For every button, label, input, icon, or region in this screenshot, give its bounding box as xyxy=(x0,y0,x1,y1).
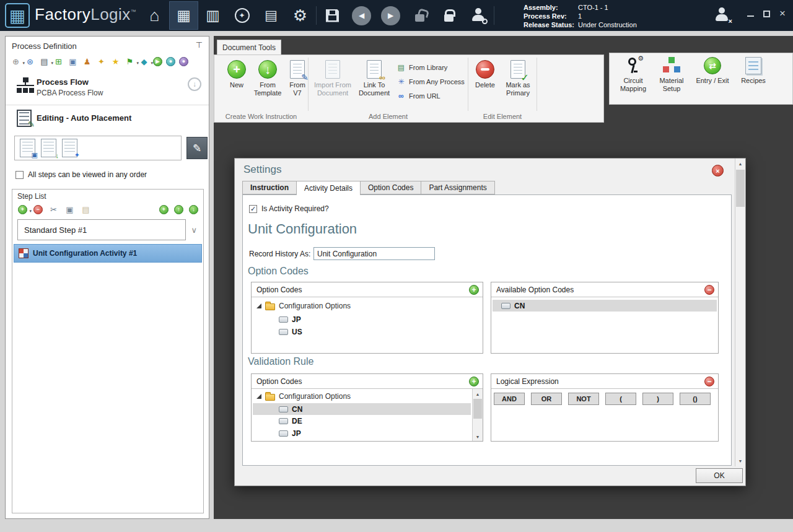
tab-instruction[interactable]: Instruction xyxy=(242,181,297,194)
tree-item-de[interactable]: DE xyxy=(279,417,302,425)
from-v7-button[interactable]: ✎ From V7 xyxy=(285,60,310,97)
unlock-icon[interactable] xyxy=(405,1,434,30)
ok-button[interactable]: OK xyxy=(696,468,743,483)
open-paren-button[interactable]: ( xyxy=(605,393,636,405)
activity-list-item-selected[interactable]: Unit Configuration Activity #1 xyxy=(14,244,202,263)
mark-as-primary-button[interactable]: ✓ Mark as Primary xyxy=(501,60,535,97)
person-icon[interactable]: ♟ xyxy=(82,56,92,67)
from-any-process-button[interactable]: ✳ From Any Process xyxy=(396,77,465,86)
scroll-up-icon[interactable]: ▲ xyxy=(473,389,483,399)
copy-icon[interactable]: ▣ xyxy=(64,204,75,215)
view-order-row[interactable]: All steps can be viewed in any order xyxy=(15,170,147,179)
diamond-icon[interactable]: ◆▾ xyxy=(139,56,149,67)
flag-icon[interactable]: ⚑▾ xyxy=(125,56,135,67)
tree-root-row[interactable]: Configuration Options xyxy=(256,302,351,310)
flow-tree-icon[interactable]: ⊞ xyxy=(53,56,64,67)
run-icon[interactable]: ▶ xyxy=(153,57,162,66)
paren-pair-button[interactable]: () xyxy=(680,393,711,405)
dialog-close-button[interactable]: × xyxy=(712,165,724,177)
from-url-button[interactable]: ∞ From URL xyxy=(396,91,440,100)
from-template-button[interactable]: ↓ From Template xyxy=(250,60,285,97)
link-to-document-button[interactable]: ∞ Link To Document xyxy=(356,60,393,97)
minimize-button[interactable] xyxy=(747,15,754,17)
pin-icon[interactable]: ⊤ xyxy=(196,40,203,50)
available-item-cn[interactable]: CN xyxy=(493,300,717,312)
step-name-input[interactable]: Standard Step #1 xyxy=(17,219,186,240)
print-icon[interactable]: ▤▾ xyxy=(39,56,50,67)
activity-required-row[interactable]: ✓ Is Activity Required? xyxy=(249,204,329,213)
move-step-down-icon[interactable]: ↓ xyxy=(189,205,198,214)
remove-option-code-button[interactable]: − xyxy=(704,285,714,295)
back-icon[interactable]: ◀ xyxy=(347,1,376,30)
find-step-icon[interactable]: + xyxy=(159,205,169,214)
tree-scrollbar[interactable]: ▲ ▼ xyxy=(472,389,483,441)
tree-root-row[interactable]: Configuration Options xyxy=(256,392,351,401)
and-button[interactable]: AND xyxy=(494,393,525,405)
scroll-up-icon[interactable]: ▲ xyxy=(735,159,745,168)
monitor-icon[interactable]: ▣ xyxy=(68,56,78,67)
forward-icon[interactable]: ▶ xyxy=(376,1,405,30)
add-step-icon[interactable]: +▾ xyxy=(17,204,28,215)
scrollbar-thumb[interactable] xyxy=(736,170,745,207)
material-setup-button[interactable]: Material Setup xyxy=(654,57,689,93)
recipes-button[interactable]: Recipes xyxy=(737,57,769,85)
import-from-document-button[interactable]: Import From Document xyxy=(312,60,353,97)
scroll-down-icon[interactable]: ▼ xyxy=(735,456,745,466)
save-icon[interactable] xyxy=(318,1,347,30)
maximize-button[interactable] xyxy=(763,11,770,17)
from-library-button[interactable]: ▤ From Library xyxy=(396,63,447,72)
record-icon[interactable]: ● xyxy=(179,57,188,66)
process-definition-icon[interactable]: ▦ xyxy=(169,1,198,30)
documents-stack-icon[interactable]: ▥ xyxy=(198,1,227,30)
tree-item-jp[interactable]: JP xyxy=(279,429,301,438)
view-order-checkbox[interactable] xyxy=(15,171,24,179)
star-icon[interactable]: ★ xyxy=(110,56,121,67)
logout-user-icon[interactable]: × xyxy=(714,7,731,24)
remove-step-icon[interactable]: − xyxy=(33,205,43,214)
scrollbar-thumb[interactable] xyxy=(473,399,482,419)
add-option-code-button[interactable]: + xyxy=(469,285,479,295)
scroll-down-icon[interactable]: ▼ xyxy=(473,432,483,442)
key-icon[interactable]: ✦ xyxy=(96,56,107,67)
step-collapse-chevron[interactable]: ∨ xyxy=(191,225,197,235)
activity-required-checkbox[interactable]: ✓ xyxy=(249,205,257,213)
import-document-icon[interactable]: ↓ xyxy=(41,139,56,157)
tree-item-us[interactable]: US xyxy=(279,328,302,336)
close-paren-button[interactable]: ) xyxy=(642,393,673,405)
tab-part-assignments[interactable]: Part Assignments xyxy=(421,181,494,194)
settings-gear-icon[interactable]: ⚙ xyxy=(286,1,315,30)
status-icon[interactable]: ● xyxy=(166,57,175,66)
delete-element-button[interactable]: Delete xyxy=(471,60,499,89)
network-icon[interactable]: ⊛ xyxy=(25,56,35,67)
new-document-icon[interactable]: ▣ xyxy=(20,139,35,157)
edit-instruction-button[interactable]: ✎ xyxy=(186,137,208,159)
tab-activity-details[interactable]: Activity Details xyxy=(297,181,361,195)
new-instruction-button[interactable]: + New xyxy=(223,60,250,89)
record-history-input[interactable]: Unit Configuration xyxy=(313,247,435,260)
add-icon[interactable]: ⊕▾ xyxy=(11,56,21,67)
home-icon[interactable]: ⌂ xyxy=(140,1,169,30)
tree-expander-icon[interactable] xyxy=(256,394,261,399)
close-window-button[interactable]: × xyxy=(779,10,786,17)
add-validation-code-button[interactable]: + xyxy=(469,377,479,386)
dispatch-compass-icon[interactable]: ✦ xyxy=(227,1,256,30)
lock-icon[interactable] xyxy=(434,1,463,30)
remove-expression-button[interactable]: − xyxy=(704,377,714,386)
circuit-mapping-button[interactable]: ⚙ Circuit Mapping xyxy=(616,57,651,93)
entry-exit-button[interactable]: ⇄ Entry / Exit xyxy=(691,57,734,85)
tab-option-codes[interactable]: Option Codes xyxy=(361,181,421,194)
dialog-scrollbar[interactable]: ▲ ▼ xyxy=(735,159,745,466)
tree-item-jp[interactable]: JP xyxy=(279,315,301,324)
tree-item-cn-selected[interactable]: CN xyxy=(253,403,471,415)
move-step-up-icon[interactable]: ↑ xyxy=(174,205,183,214)
or-button[interactable]: OR xyxy=(531,393,562,405)
paste-icon[interactable]: ▤ xyxy=(81,204,91,215)
tab-document-tools[interactable]: Document Tools xyxy=(217,40,281,55)
not-button[interactable]: NOT xyxy=(568,393,599,405)
tree-expander-icon[interactable] xyxy=(256,303,261,308)
cut-icon[interactable]: ✂ xyxy=(48,204,59,215)
collapse-flow-icon[interactable]: ↓ xyxy=(188,77,201,91)
user-search-icon[interactable] xyxy=(463,1,493,30)
template-document-icon[interactable]: ✦ xyxy=(62,139,77,157)
news-feed-icon[interactable]: ▤ xyxy=(256,1,286,30)
